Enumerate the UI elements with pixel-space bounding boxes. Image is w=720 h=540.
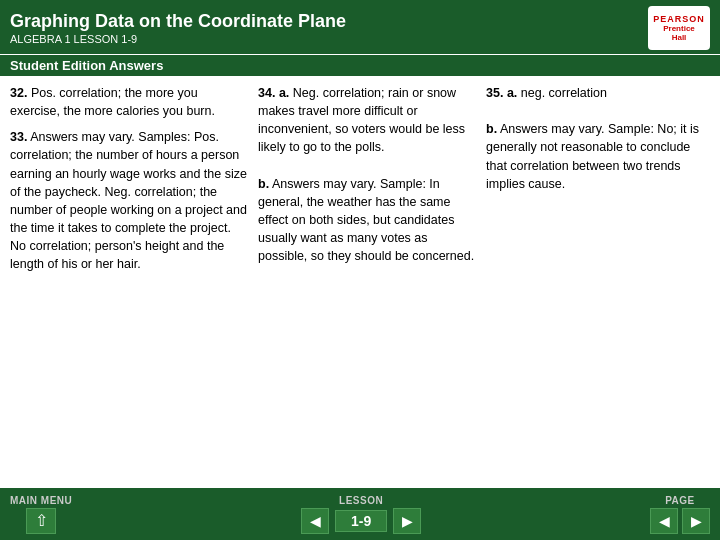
page-title: Graphing Data on the Coordinate Plane (10, 11, 346, 32)
answer-34-text-a: Neg. correlation; rain or snow makes tra… (258, 86, 465, 154)
answer-32-number: 32. (10, 86, 27, 100)
answer-35-text-b: Answers may vary. Sample: No; it is gene… (486, 122, 699, 190)
footer-page-section: PAGE ◀ ▶ (650, 495, 710, 534)
answer-33-text: Answers may vary. Samples: Pos. correlat… (10, 130, 247, 271)
footer: MAIN MENU ⇧ LESSON ◀ 1-9 ▶ PAGE ◀ ▶ (0, 488, 720, 540)
header-text: Graphing Data on the Coordinate Plane AL… (10, 11, 346, 45)
answer-35-label-a: a. (507, 86, 517, 100)
logo-line2: Prentice (663, 24, 695, 33)
answer-33: 33. Answers may vary. Samples: Pos. corr… (10, 128, 250, 273)
lesson-nav: ◀ 1-9 ▶ (301, 508, 421, 534)
lesson-next-button[interactable]: ▶ (393, 508, 421, 534)
footer-main-menu-section: MAIN MENU ⇧ (10, 495, 72, 534)
answer-35-number: 35. (486, 86, 503, 100)
lesson-prev-button[interactable]: ◀ (301, 508, 329, 534)
section-label: Student Edition Answers (0, 55, 720, 76)
answer-34: 34. a. Neg. correlation; rain or snow ma… (258, 84, 478, 265)
page-subtitle: ALGEBRA 1 LESSON 1-9 (10, 33, 346, 45)
main-menu-button[interactable]: ⇧ (26, 508, 56, 534)
answer-35: 35. a. neg. correlation b. Answers may v… (486, 84, 710, 193)
main-menu-label: MAIN MENU (10, 495, 72, 506)
page-next-button[interactable]: ▶ (682, 508, 710, 534)
answer-32-text: Pos. correlation; the more you exercise,… (10, 86, 215, 118)
left-column: 32. Pos. correlation; the more you exerc… (10, 84, 250, 492)
right-column: 35. a. neg. correlation b. Answers may v… (486, 84, 710, 492)
page-header: Graphing Data on the Coordinate Plane AL… (0, 0, 720, 54)
answer-33-number: 33. (10, 130, 27, 144)
answer-34-label-b: b. (258, 177, 269, 191)
lesson-label: LESSON (339, 495, 383, 506)
answer-35-text-a: neg. correlation (521, 86, 607, 100)
logo-line3: Hall (672, 33, 687, 42)
page-arrows: ◀ ▶ (650, 508, 710, 534)
main-content: 32. Pos. correlation; the more you exerc… (0, 76, 720, 496)
mid-column: 34. a. Neg. correlation; rain or snow ma… (258, 84, 478, 492)
answer-35-label-b: b. (486, 122, 497, 136)
lesson-number: 1-9 (335, 510, 387, 532)
footer-lesson-section: LESSON ◀ 1-9 ▶ (301, 495, 421, 534)
logo-line1: PEARSON (653, 14, 705, 24)
answer-34-number: 34. (258, 86, 275, 100)
page-label: PAGE (665, 495, 695, 506)
answer-34-label-a: a. (279, 86, 289, 100)
pearson-logo: PEARSON Prentice Hall (648, 6, 710, 50)
page-prev-button[interactable]: ◀ (650, 508, 678, 534)
answer-32: 32. Pos. correlation; the more you exerc… (10, 84, 250, 120)
answer-34-text-b: Answers may vary. Sample: In general, th… (258, 177, 474, 264)
